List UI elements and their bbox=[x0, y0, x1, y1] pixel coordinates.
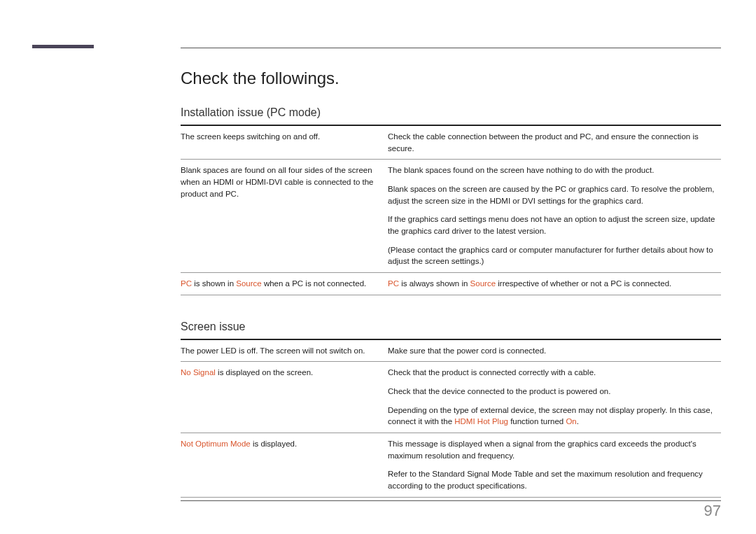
solution-paragraph: If the graphics card settings menu does … bbox=[388, 213, 721, 237]
solution-paragraph: The blank spaces found on the screen hav… bbox=[388, 164, 721, 176]
highlight-text: PC bbox=[181, 279, 192, 288]
text-span: function turned bbox=[508, 417, 566, 426]
issue-label: The power LED is off. The screen will no… bbox=[181, 345, 388, 357]
solution-paragraph: Refer to the Standard Signal Mode Table … bbox=[388, 468, 721, 491]
page-number: 97 bbox=[704, 502, 721, 520]
issue-label: No Signal is displayed on the screen. bbox=[181, 367, 388, 428]
text-span: is shown in bbox=[192, 279, 236, 288]
solution-paragraph: (Please contact the graphics card or com… bbox=[388, 244, 721, 267]
text-span: . bbox=[577, 417, 579, 426]
solution-paragraph: Check that the product is connected corr… bbox=[388, 367, 721, 379]
table-row: Not Optimum Mode is displayed. This mess… bbox=[181, 433, 721, 498]
solution-paragraph: Check that the device connected to the p… bbox=[388, 386, 721, 398]
page-content: Check the followings. Installation issue… bbox=[181, 69, 721, 501]
text-span: irrespective of whether or not a PC is c… bbox=[496, 279, 671, 288]
solution-paragraph: This message is displayed when a signal … bbox=[388, 438, 721, 461]
highlight-text: No Signal bbox=[181, 368, 216, 377]
table-row: The power LED is off. The screen will no… bbox=[181, 340, 721, 363]
issue-solution: Check the cable connection between the p… bbox=[388, 131, 721, 154]
issue-solution: PC is always shown in Source irrespectiv… bbox=[388, 278, 721, 290]
issue-solution: The blank spaces found on the screen hav… bbox=[388, 164, 721, 267]
page-title: Check the followings. bbox=[181, 69, 721, 88]
issue-label: The screen keeps switching on and off. bbox=[181, 131, 388, 154]
top-rule bbox=[181, 48, 721, 48]
table-row: No Signal is displayed on the screen. Ch… bbox=[181, 362, 721, 433]
highlight-text: HDMI Hot Plug bbox=[454, 417, 508, 426]
bottom-rule bbox=[181, 500, 721, 501]
table-row: PC is shown in Source when a PC is not c… bbox=[181, 273, 721, 295]
highlight-text: On bbox=[566, 417, 576, 426]
table-row: Blank spaces are found on all four sides… bbox=[181, 160, 721, 273]
solution-paragraph: Blank spaces on the screen are caused by… bbox=[388, 183, 721, 206]
table-row: The screen keeps switching on and off. C… bbox=[181, 126, 721, 160]
top-accent-bar bbox=[32, 45, 94, 48]
issue-solution: This message is displayed when a signal … bbox=[388, 438, 721, 492]
issue-solution: Check that the product is connected corr… bbox=[388, 367, 721, 428]
issue-label: PC is shown in Source when a PC is not c… bbox=[181, 278, 388, 290]
text-span: when a PC is not connected. bbox=[262, 279, 367, 288]
issue-label: Not Optimum Mode is displayed. bbox=[181, 438, 388, 492]
highlight-text: PC bbox=[388, 279, 399, 288]
issue-solution: Make sure that the power cord is connect… bbox=[388, 345, 721, 357]
section-gap bbox=[181, 295, 721, 321]
text-span: is displayed. bbox=[251, 440, 297, 448]
section-installation-title: Installation issue (PC mode) bbox=[181, 106, 721, 126]
highlight-text: Not Optimum Mode bbox=[181, 440, 251, 448]
highlight-text: Source bbox=[470, 279, 496, 288]
solution-paragraph: Depending on the type of external device… bbox=[388, 405, 721, 428]
highlight-text: Source bbox=[236, 279, 261, 288]
text-span: is always shown in bbox=[399, 279, 470, 288]
section-screen-title: Screen issue bbox=[181, 321, 721, 340]
issue-label: Blank spaces are found on all four sides… bbox=[181, 164, 388, 267]
text-span: is displayed on the screen. bbox=[216, 368, 313, 377]
